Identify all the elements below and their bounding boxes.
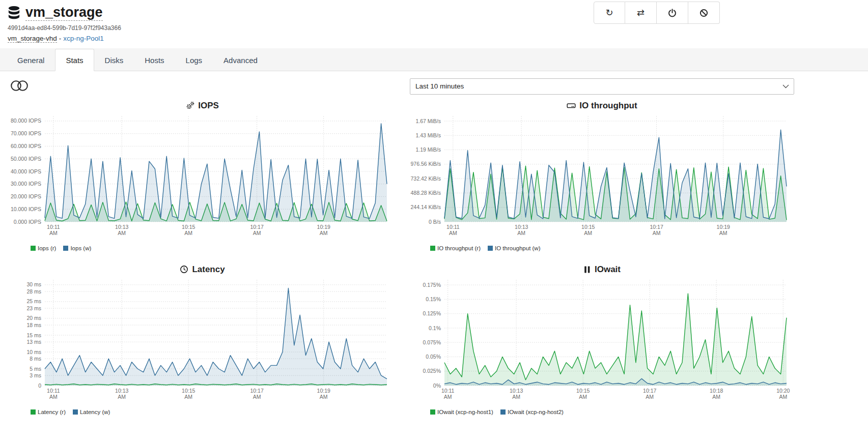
svg-text:AM: AM: [49, 230, 58, 236]
svg-text:40.000 IOPS: 40.000 IOPS: [11, 168, 41, 174]
svg-text:AM: AM: [512, 394, 520, 400]
rescan-button[interactable]: ⇄: [625, 2, 657, 24]
tab-advanced[interactable]: Advanced: [213, 49, 268, 71]
chart-title: IO throughput: [410, 101, 794, 111]
clock-icon: [180, 265, 188, 274]
svg-text:20.000 IOPS: 20.000 IOPS: [11, 193, 41, 199]
stats-panel: Last 10 minutes IOPS80.000 IOPS70.000 IO…: [0, 71, 868, 415]
svg-text:10:19: 10:19: [317, 388, 330, 394]
svg-text:488.28 KiB/s: 488.28 KiB/s: [410, 190, 441, 196]
svg-text:AM: AM: [449, 230, 457, 236]
separator: -: [59, 35, 62, 42]
page-title[interactable]: vm_storage: [25, 5, 103, 21]
svg-text:13 ms: 13 ms: [26, 338, 41, 344]
cogs-icon: [186, 101, 194, 110]
chart-plot: 0.175%0.15%0.125%0.1%0.075%0.05%0.025%0%…: [410, 276, 794, 403]
svg-text:10:13: 10:13: [510, 388, 523, 394]
chart-iops: IOPS80.000 IOPS70.000 IOPS60.000 IOPS50.…: [10, 101, 395, 251]
svg-text:AM: AM: [646, 394, 654, 400]
svg-text:0.15%: 0.15%: [426, 296, 441, 302]
refresh-icon: ↻: [605, 8, 613, 17]
svg-text:AM: AM: [584, 230, 592, 236]
svg-text:10:19: 10:19: [317, 224, 330, 230]
svg-text:80.000 IOPS: 80.000 IOPS: [11, 117, 41, 124]
svg-text:10:15: 10:15: [576, 388, 590, 394]
svg-text:10:13: 10:13: [515, 224, 528, 230]
forget-button[interactable]: [688, 2, 720, 24]
svg-text:10:17: 10:17: [250, 388, 263, 394]
legend-item: Latency (w): [73, 409, 110, 415]
tab-logs[interactable]: Logs: [175, 49, 213, 71]
time-range-value: Last 10 minutes: [415, 82, 464, 90]
svg-text:0 B/s: 0 B/s: [429, 218, 441, 224]
svg-text:0.000 IOPS: 0.000 IOPS: [14, 218, 41, 224]
legend-item: IO throughput (r): [430, 245, 481, 251]
tab-general[interactable]: General: [7, 49, 55, 71]
svg-text:AM: AM: [653, 230, 661, 236]
svg-text:0.05%: 0.05%: [426, 354, 441, 360]
svg-text:AM: AM: [184, 230, 192, 236]
svg-text:0.175%: 0.175%: [423, 281, 441, 287]
svg-text:10:17: 10:17: [650, 224, 663, 230]
sr-uuid: 4991d4aa-ed84-599b-7d19-97f2f943a366: [8, 24, 860, 32]
svg-text:5 ms: 5 ms: [30, 365, 41, 371]
svg-text:244.14 KiB/s: 244.14 KiB/s: [410, 204, 441, 210]
svg-text:8 ms: 8 ms: [30, 355, 41, 361]
svg-text:0: 0: [38, 382, 41, 388]
svg-text:30 ms: 30 ms: [26, 281, 41, 287]
svg-text:15 ms: 15 ms: [26, 332, 41, 338]
chart-legend: Iops (r)Iops (w): [31, 245, 395, 251]
tab-stats[interactable]: Stats: [55, 49, 94, 71]
svg-text:1.19 MiB/s: 1.19 MiB/s: [415, 146, 441, 153]
sr-description[interactable]: vm_storage-vhd: [8, 35, 57, 43]
svg-text:1.43 MiB/s: 1.43 MiB/s: [415, 132, 441, 138]
svg-text:AM: AM: [118, 230, 126, 236]
svg-text:50.000 IOPS: 50.000 IOPS: [11, 155, 41, 161]
svg-text:20 ms: 20 ms: [26, 315, 41, 321]
pool-link[interactable]: xcp-ng-Pool1: [63, 35, 104, 42]
svg-text:1.67 MiB/s: 1.67 MiB/s: [415, 117, 441, 124]
chart-legend: IOwait (xcp-ng-host1)IOwait (xcp-ng-host…: [430, 409, 794, 415]
refresh-button[interactable]: ↻: [594, 2, 625, 24]
disconnect-button[interactable]: [657, 2, 688, 24]
svg-text:18 ms: 18 ms: [26, 321, 41, 328]
svg-text:3 ms: 3 ms: [30, 372, 41, 378]
legend-item: IO throughput (w): [488, 245, 540, 251]
svg-text:10:20: 10:20: [776, 388, 790, 394]
chart-io-throughput: IO throughput1.67 MiB/s1.43 MiB/s1.19 Mi…: [410, 101, 794, 251]
chart-legend: Latency (r)Latency (w): [31, 409, 395, 415]
time-range-select[interactable]: Last 10 minutes: [410, 78, 794, 95]
svg-text:AM: AM: [444, 394, 452, 400]
svg-text:AM: AM: [719, 230, 727, 236]
tab-bar: GeneralStatsDisksHostsLogsAdvanced: [0, 48, 868, 71]
svg-text:10:17: 10:17: [250, 224, 263, 230]
chart-plot: 80.000 IOPS70.000 IOPS60.000 IOPS50.000 …: [10, 112, 395, 239]
svg-text:70.000 IOPS: 70.000 IOPS: [11, 130, 41, 136]
sr-description-row: vm_storage-vhd-xcp-ng-Pool1: [8, 35, 860, 42]
chart-title: IOwait: [410, 264, 794, 275]
svg-text:28 ms: 28 ms: [26, 288, 41, 294]
svg-text:0.1%: 0.1%: [429, 325, 441, 331]
power-icon: [668, 9, 677, 17]
svg-text:AM: AM: [779, 394, 787, 400]
tab-disks[interactable]: Disks: [94, 49, 134, 71]
svg-text:10.000 IOPS: 10.000 IOPS: [11, 205, 41, 212]
tab-hosts[interactable]: Hosts: [134, 49, 175, 71]
svg-text:976.56 KiB/s: 976.56 KiB/s: [410, 161, 441, 167]
svg-text:10:15: 10:15: [182, 224, 195, 230]
svg-text:AM: AM: [184, 394, 192, 400]
database-icon: [7, 6, 21, 20]
svg-text:0.075%: 0.075%: [423, 339, 441, 345]
sr-toolbar: ↻⇄: [594, 2, 720, 24]
svg-text:AM: AM: [517, 230, 525, 236]
chart-iowait: IOwait0.175%0.15%0.125%0.1%0.075%0.05%0.…: [410, 264, 794, 415]
legend-item: Iops (r): [31, 245, 56, 251]
svg-text:10 ms: 10 ms: [26, 348, 41, 355]
charts-grid: IOPS80.000 IOPS70.000 IOPS60.000 IOPS50.…: [10, 101, 868, 415]
chevron-down-icon: [782, 84, 789, 89]
stats-toggle[interactable]: [10, 79, 33, 94]
svg-text:AM: AM: [320, 394, 328, 400]
svg-text:0%: 0%: [433, 382, 441, 388]
svg-text:0.025%: 0.025%: [423, 368, 441, 374]
svg-text:25 ms: 25 ms: [26, 298, 41, 304]
